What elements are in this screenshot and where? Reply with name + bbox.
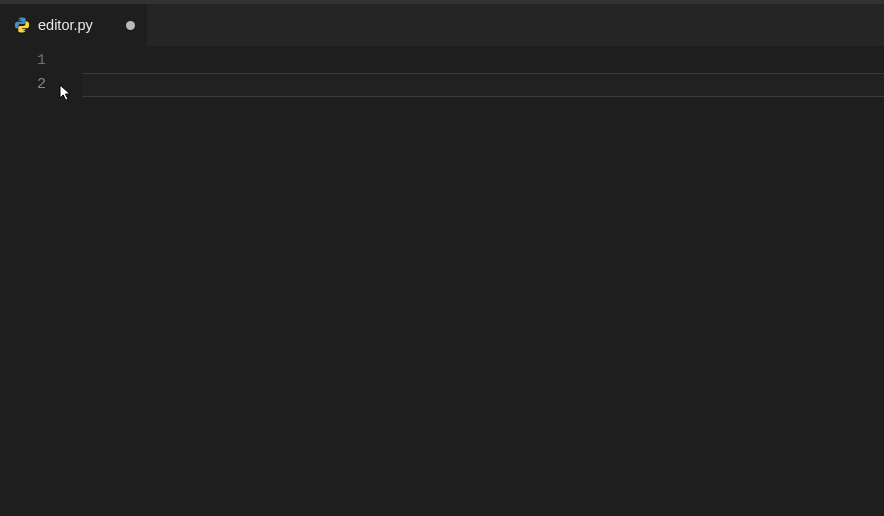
- python-icon: [14, 17, 30, 33]
- tab-bar: editor.py: [0, 4, 884, 46]
- unsaved-dot-icon[interactable]: [126, 21, 135, 30]
- file-tab[interactable]: editor.py: [0, 4, 148, 46]
- code-line[interactable]: [62, 49, 884, 73]
- line-number: 2: [0, 73, 62, 97]
- line-number-gutter: 1 2: [0, 46, 62, 516]
- code-content[interactable]: [62, 46, 884, 516]
- tab-filename: editor.py: [38, 17, 118, 33]
- editor-area[interactable]: 1 2: [0, 46, 884, 516]
- code-line[interactable]: [62, 73, 884, 97]
- line-number: 1: [0, 49, 62, 73]
